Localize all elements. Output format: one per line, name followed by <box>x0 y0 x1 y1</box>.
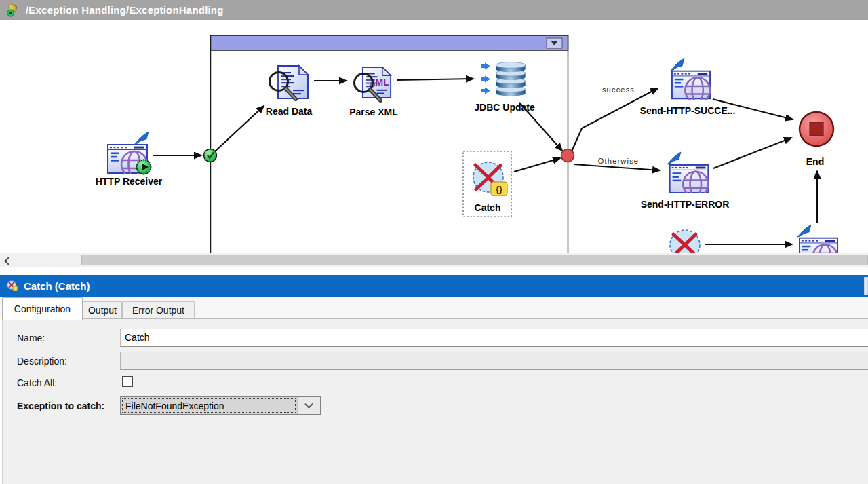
group-start-port[interactable] <box>204 149 217 162</box>
node-label-catch: Catch <box>475 202 501 213</box>
flag-icon <box>671 58 684 71</box>
exception-dropdown[interactable]: FileNotFoundException <box>120 396 321 415</box>
scrollbar-thumb[interactable] <box>81 255 868 265</box>
design-canvas[interactable]: XML <box>0 20 868 253</box>
browser-globe-icon <box>670 165 709 197</box>
node-end[interactable] <box>800 112 833 146</box>
process-path: /Exception Handling/ExceptionHandling <box>26 4 224 16</box>
transition-label-success: success <box>602 86 635 94</box>
db-input-arrows-icon <box>481 63 490 94</box>
catch-all-checkbox[interactable] <box>122 376 133 387</box>
transition-line <box>397 79 473 80</box>
scroll-left-icon[interactable] <box>4 257 13 265</box>
browser-globe-icon <box>672 71 710 103</box>
exception-to-catch-label: Exception to catch: <box>17 401 104 411</box>
properties-tabstrip: Configuration Output Error Output <box>0 297 868 318</box>
braces-badge-icon: {} <box>491 182 507 196</box>
node-label-http-receiver: HTTP Receiver <box>96 176 163 187</box>
chevron-down-icon <box>304 400 313 409</box>
name-input[interactable] <box>120 329 868 347</box>
svg-text:{}: {} <box>496 184 502 194</box>
node-label-send-http-error: Send-HTTP-ERROR <box>641 199 730 210</box>
catch-all-label: Catch All: <box>17 377 57 388</box>
tab-configuration[interactable]: Configuration <box>2 297 83 320</box>
node-http-receiver[interactable] <box>108 132 151 177</box>
horizontal-scrollbar[interactable] <box>0 253 868 267</box>
node-read-data[interactable] <box>270 66 309 99</box>
node-label-read-data: Read Data <box>266 106 313 117</box>
browser-globe-icon <box>800 238 837 253</box>
transition-label-otherwise: Otherwise <box>598 157 639 165</box>
description-input[interactable] <box>120 352 868 370</box>
name-label: Name: <box>17 333 45 343</box>
group-end-port[interactable] <box>561 149 574 162</box>
node-send-http-success[interactable] <box>671 58 710 103</box>
node-catch-bottom[interactable] <box>670 230 700 253</box>
process-titlebar: /Exception Handling/ExceptionHandling <box>0 0 868 20</box>
flag-icon <box>667 152 681 164</box>
transition-success <box>572 88 658 151</box>
group-header[interactable] <box>211 35 568 50</box>
tab-error-output[interactable]: Error Output <box>122 301 195 318</box>
group-collapse-button[interactable] <box>547 38 562 48</box>
transition-line <box>215 106 264 151</box>
transition-line <box>514 158 560 172</box>
properties-title: Catch (Catch) <box>24 280 90 292</box>
process-icon <box>5 3 20 18</box>
node-send-http-error[interactable] <box>667 152 708 197</box>
node-parse-xml[interactable]: XML <box>355 67 391 100</box>
app-window: /Exception Handling/ExceptionHandling <box>0 0 868 484</box>
exception-dropdown-value: FileNotFoundException <box>122 398 296 413</box>
description-label: Description: <box>17 356 67 367</box>
process-diagram: XML <box>0 20 868 253</box>
flag-icon <box>135 132 149 144</box>
play-badge-icon <box>137 160 151 174</box>
database-icon <box>496 62 525 96</box>
properties-corner-button[interactable] <box>864 277 868 295</box>
flag-icon <box>797 225 811 237</box>
catch-mini-icon <box>6 280 18 292</box>
stop-square-icon <box>810 122 823 136</box>
node-label-jdbc-update: JDBC Update <box>474 102 535 113</box>
transition-otherwise <box>574 164 660 170</box>
node-label-parse-xml: Parse XML <box>349 107 398 117</box>
node-jdbc-update[interactable] <box>481 62 526 96</box>
node-label-end: End <box>806 156 824 167</box>
tab-output[interactable]: Output <box>83 301 122 318</box>
exception-dropdown-button[interactable] <box>297 397 320 414</box>
node-send-bottom[interactable] <box>797 225 837 253</box>
transition-line <box>713 138 791 168</box>
node-label-send-http-success: Send-HTTP-SUCCE... <box>640 105 736 116</box>
properties-titlebar: Catch (Catch) <box>0 275 868 297</box>
